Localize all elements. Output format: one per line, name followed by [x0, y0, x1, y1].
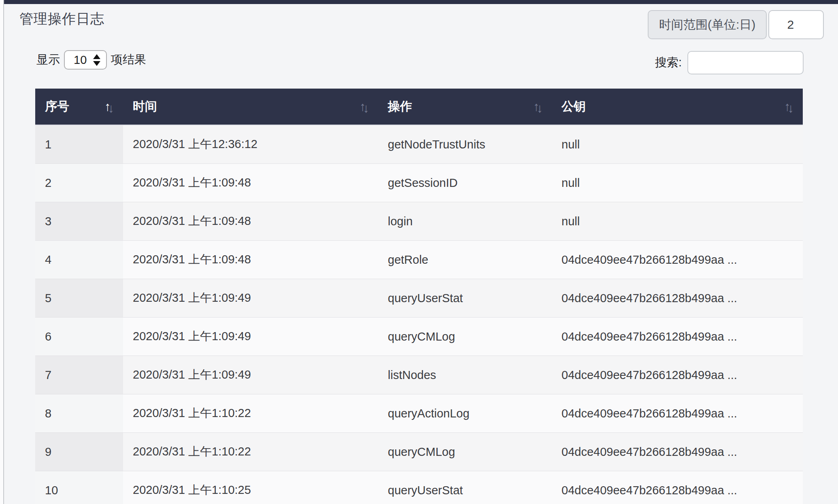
- cell-index: 7: [35, 356, 123, 394]
- cell-operation: getRole: [378, 241, 552, 279]
- table-row: 82020/3/31 上午1:10:22queryActionLog04dce4…: [35, 394, 803, 433]
- operation-log-table: 序号 ↑↓ 时间 ↑↓ 操作 ↑↓ 公钥 ↑↓ 12020/3/31 上午12:…: [35, 89, 803, 504]
- select-spinner-icon: [93, 54, 100, 66]
- cell-time: 2020/3/31 上午1:09:48: [123, 202, 378, 240]
- page-size-prefix-label: 显示: [36, 52, 60, 68]
- page-size-control: 显示 10 项结果: [36, 49, 146, 71]
- cell-operation: getNodeTrustUnits: [378, 125, 552, 163]
- cell-operation: queryCMLog: [378, 433, 552, 471]
- cell-public_key: 04dce409ee47b266128b499aa ...: [552, 394, 803, 432]
- cell-index: 8: [35, 394, 123, 432]
- cell-operation: queryUserStat: [378, 279, 552, 317]
- column-header-operation[interactable]: 操作 ↑↓: [378, 89, 552, 125]
- cell-time: 2020/3/31 上午1:10:25: [123, 471, 378, 504]
- cell-public_key: 04dce409ee47b266128b499aa ...: [552, 318, 803, 356]
- cell-public_key: 04dce409ee47b266128b499aa ...: [552, 471, 803, 504]
- cell-index: 5: [35, 279, 123, 317]
- sort-icon-index: ↑↓: [104, 100, 114, 113]
- time-range-group: 时间范围(单位:日): [648, 10, 824, 39]
- column-header-index[interactable]: 序号 ↑↓: [35, 89, 123, 125]
- time-range-input[interactable]: [768, 10, 824, 39]
- page-size-suffix-label: 项结果: [111, 52, 146, 68]
- cell-index: 9: [35, 433, 123, 471]
- sort-icon-operation: ↑↓: [533, 100, 543, 113]
- cell-public_key: 04dce409ee47b266128b499aa ...: [552, 356, 803, 394]
- cell-index: 10: [35, 471, 123, 504]
- sort-icon-publickey: ↑↓: [784, 100, 794, 113]
- search-control: 搜索:: [655, 50, 804, 75]
- cell-time: 2020/3/31 上午1:10:22: [123, 433, 378, 471]
- cell-operation: queryCMLog: [378, 318, 552, 356]
- search-label: 搜索:: [655, 55, 682, 71]
- page-title: 管理操作日志: [19, 10, 104, 28]
- table-row: 32020/3/31 上午1:09:48loginnull: [35, 202, 803, 241]
- cell-operation: getSessionID: [378, 164, 552, 202]
- cell-time: 2020/3/31 上午12:36:12: [123, 125, 378, 163]
- cell-public_key: 04dce409ee47b266128b499aa ...: [552, 241, 803, 279]
- cell-index: 1: [35, 125, 123, 163]
- table-row: 72020/3/31 上午1:09:49listNodes04dce409ee4…: [35, 356, 803, 394]
- cell-operation: listNodes: [378, 356, 552, 394]
- column-header-time[interactable]: 时间 ↑↓: [123, 89, 378, 125]
- cell-time: 2020/3/31 上午1:09:48: [123, 164, 378, 202]
- table-row: 22020/3/31 上午1:09:48getSessionIDnull: [35, 164, 803, 202]
- cell-public_key: 04dce409ee47b266128b499aa ...: [552, 279, 803, 317]
- page-size-value: 10: [74, 53, 87, 67]
- cell-time: 2020/3/31 上午1:09:48: [123, 241, 378, 279]
- search-input[interactable]: [687, 51, 804, 74]
- cell-time: 2020/3/31 上午1:09:49: [123, 318, 378, 356]
- table-body: 12020/3/31 上午12:36:12getNodeTrustUnitsnu…: [35, 125, 803, 504]
- table-row: 102020/3/31 上午1:10:25queryUserStat04dce4…: [35, 471, 803, 504]
- cell-index: 2: [35, 164, 123, 202]
- cell-time: 2020/3/31 上午1:09:49: [123, 279, 378, 317]
- time-range-label: 时间范围(单位:日): [648, 10, 767, 39]
- table-row: 62020/3/31 上午1:09:49queryCMLog04dce409ee…: [35, 318, 803, 356]
- cell-operation: queryUserStat: [378, 471, 552, 504]
- cell-public_key: 04dce409ee47b266128b499aa ...: [552, 433, 803, 471]
- left-edge-divider: [0, 0, 4, 504]
- cell-public_key: null: [552, 125, 803, 163]
- sort-icon-time: ↑↓: [359, 100, 369, 113]
- cell-index: 3: [35, 202, 123, 240]
- cell-index: 4: [35, 241, 123, 279]
- cell-operation: login: [378, 202, 552, 240]
- cell-public_key: null: [552, 164, 803, 202]
- cell-public_key: null: [552, 202, 803, 240]
- top-navbar: [4, 0, 838, 4]
- column-header-publickey[interactable]: 公钥 ↑↓: [552, 89, 803, 125]
- table-row: 42020/3/31 上午1:09:48getRole04dce409ee47b…: [35, 241, 803, 279]
- cell-operation: queryActionLog: [378, 394, 552, 432]
- table-row: 52020/3/31 上午1:09:49queryUserStat04dce40…: [35, 279, 803, 318]
- table-row: 92020/3/31 上午1:10:22queryCMLog04dce409ee…: [35, 433, 803, 471]
- cell-time: 2020/3/31 上午1:09:49: [123, 356, 378, 394]
- table-header-row: 序号 ↑↓ 时间 ↑↓ 操作 ↑↓ 公钥 ↑↓: [35, 89, 803, 125]
- table-row: 12020/3/31 上午12:36:12getNodeTrustUnitsnu…: [35, 125, 803, 164]
- cell-time: 2020/3/31 上午1:10:22: [123, 394, 378, 432]
- page-size-select[interactable]: 10: [64, 50, 107, 70]
- admin-log-page: 管理操作日志 时间范围(单位:日) 显示 10 项结果 搜索: 序号 ↑↓ 时间…: [0, 0, 838, 504]
- cell-index: 6: [35, 318, 123, 356]
